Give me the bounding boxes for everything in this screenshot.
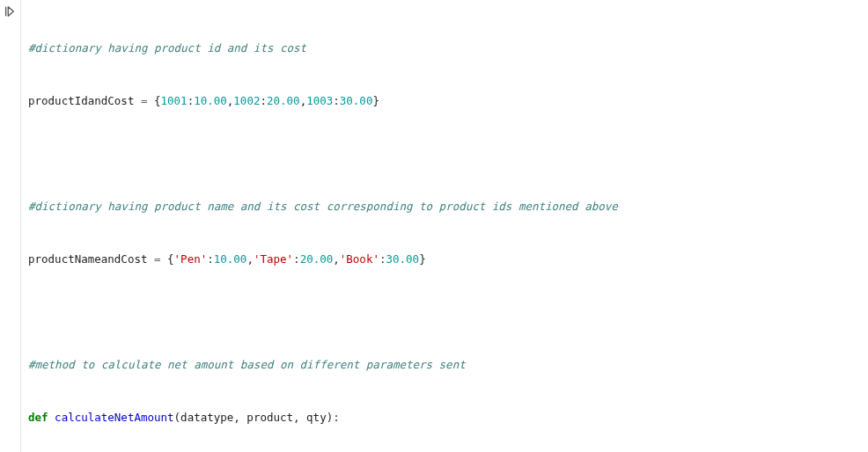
code-line: productNameandCost = {'Pen':10.00,'Tape'… (28, 251, 861, 268)
keyword-def: def (28, 411, 48, 424)
code-line: #method to calculate net amount based on… (28, 356, 861, 374)
code-line: #dictionary having product id and its co… (28, 40, 861, 57)
comment: #dictionary having product name and its … (28, 200, 618, 213)
code-editor[interactable]: #dictionary having product id and its co… (0, 0, 868, 452)
comment: #dictionary having product id and its co… (28, 41, 306, 55)
code-line: #dictionary having product name and its … (28, 198, 861, 215)
comment: #method to calculate net amount based on… (28, 358, 466, 371)
run-cell-icon[interactable] (4, 5, 16, 18)
editor-gutter (0, 0, 21, 452)
code-content[interactable]: #dictionary having product id and its co… (21, 0, 868, 452)
code-line: productIdandCost = {1001:10.00,1002:20.0… (28, 92, 861, 110)
blank-line (28, 145, 861, 163)
code-line: def calculateNetAmount(datatype, product… (28, 409, 861, 426)
blank-line (28, 303, 861, 321)
function-name: calculateNetAmount (55, 411, 173, 424)
